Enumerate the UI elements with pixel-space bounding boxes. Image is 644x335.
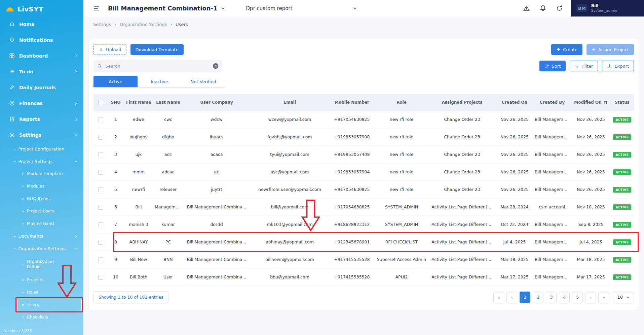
table-row[interactable]: 7 manish 3 kumar dcsdd mk103@yopmail.com… <box>93 216 634 233</box>
cell-created-by: Bill Management <box>533 233 571 251</box>
table-row[interactable]: 3 ujk adc acaca tyui@yopmail.com +919853… <box>93 146 634 163</box>
export-button[interactable]: Export <box>602 61 634 71</box>
sidebar-item-checklists[interactable]: Checklists <box>0 311 83 324</box>
cell-modified-on: Nov 26, 2025 <box>571 181 611 198</box>
row-checkbox[interactable] <box>98 275 103 280</box>
pagination-first[interactable]: « <box>493 292 504 303</box>
status-badge: ACTIVE <box>613 117 632 123</box>
sidebar-item-settings[interactable]: Settings <box>0 127 83 143</box>
table-row[interactable]: 1 edwe cwc wdcw wcew@yopmail.com +917054… <box>93 111 634 128</box>
todo-list-icon <box>9 69 15 74</box>
sidebar-item-users[interactable]: Users <box>17 299 82 311</box>
cell-role: SYSTEM_ADMIN <box>375 198 428 216</box>
sidebar-item-project-configuration[interactable]: Project Configuration <box>0 143 83 155</box>
sidebar-item-organization-settings[interactable]: Organization Settings <box>0 242 83 255</box>
pagination-page-3[interactable]: 3 <box>546 292 557 303</box>
sort-button[interactable]: Sort <box>539 61 566 71</box>
row-checkbox[interactable] <box>98 205 103 210</box>
cell-first-name: newrfi <box>124 181 153 198</box>
report-select[interactable]: Dpr custom report <box>246 5 357 11</box>
pagination-page-1[interactable]: 1 <box>520 292 530 303</box>
pagination-page-5[interactable]: 5 <box>572 292 583 303</box>
cell-mobile-number: +912345678901 <box>329 233 375 251</box>
download-template-button[interactable]: Download Template <box>130 44 184 55</box>
select-all-checkbox[interactable] <box>98 100 103 105</box>
tab-not-verified[interactable]: Not Verified <box>181 76 225 87</box>
pagination-next[interactable]: › <box>585 292 596 303</box>
sidebar-item-reports[interactable]: Reports <box>0 111 83 127</box>
sidebar-item-documents[interactable]: Documents <box>0 230 83 242</box>
chevron-down-icon <box>626 295 630 299</box>
tab-active[interactable]: Active <box>93 76 138 87</box>
cell-created-on: Oct 22, 2024 <box>496 216 533 233</box>
alert-icon[interactable] <box>523 5 530 12</box>
pagination-last[interactable]: » <box>598 292 609 303</box>
cell-assigned-projects: Activity List Page Different ... <box>428 268 496 286</box>
cell-created-on: Mar 18, 2025 <box>496 251 533 268</box>
sidebar-item-organization-details[interactable]: Organization Details <box>0 255 83 274</box>
notifications-bell-icon[interactable] <box>539 5 546 12</box>
cell-status: ACTIVE <box>611 268 634 286</box>
sidebar-item-finances[interactable]: Finances <box>0 95 83 111</box>
sidebar-item-master-gantt[interactable]: Master Gantt <box>0 217 83 230</box>
version-label: Version : 3.235 <box>4 329 32 333</box>
filter-button[interactable]: Filter <box>570 61 598 71</box>
sidebar-item-project-users[interactable]: Project Users <box>0 205 83 217</box>
sidebar-item-module-template[interactable]: Module Template <box>0 168 83 180</box>
table-row[interactable]: 9 Bill New BNN Bill Management Combina..… <box>93 251 634 268</box>
clear-search-icon[interactable]: ✕ <box>213 63 218 69</box>
sidebar-item-modules[interactable]: Modules <box>0 180 83 193</box>
sidebar-item-todo[interactable]: To do <box>0 64 83 79</box>
project-select[interactable]: Bill Management Combination-1 <box>108 5 225 12</box>
pagination-prev[interactable]: ‹ <box>506 292 517 303</box>
sort-column-icon[interactable] <box>603 100 608 105</box>
brand-logo[interactable]: LivSYT <box>0 0 83 16</box>
row-checkbox[interactable] <box>98 117 103 122</box>
upload-button[interactable]: Upload <box>93 44 126 55</box>
user-menu[interactable]: BM Bill System_admin <box>571 0 644 16</box>
sidebar-item-dashboard[interactable]: Dashboard <box>0 48 83 64</box>
cell-created-on: Nov 26, 2025 <box>496 163 533 181</box>
chevron-down-icon <box>74 247 78 251</box>
row-checkbox[interactable] <box>98 135 103 140</box>
row-checkbox[interactable] <box>98 240 103 245</box>
table-row[interactable]: 6 Bill Management Bill Management Combin… <box>93 198 634 216</box>
sidebar-item-daily-journals[interactable]: Daily Journals <box>0 79 83 95</box>
status-badge: ACTIVE <box>613 257 632 263</box>
menu-icon[interactable] <box>93 5 100 12</box>
cell-last-name: Management <box>153 198 183 216</box>
sidebar-item-home[interactable]: Home <box>0 16 83 32</box>
row-checkbox[interactable] <box>98 152 103 157</box>
bell-icon <box>9 37 15 43</box>
sidebar-item-roles[interactable]: Roles <box>0 286 83 299</box>
cell-email: wcew@yopmail.com <box>250 111 329 128</box>
sidebar-item-boq-items[interactable]: BOQ Items <box>0 193 83 205</box>
table-row[interactable]: 4 mmm adcac ac asc@yopmail.com +91985305… <box>93 163 634 181</box>
table-row[interactable]: 2 oiujhgbv dfgbn ibuacs fgvbhj@yopmail.c… <box>93 128 634 146</box>
refresh-icon[interactable] <box>556 5 563 12</box>
cell-created-by: Bill Management <box>533 128 571 146</box>
sidebar-item-projects[interactable]: Projects <box>0 274 83 286</box>
circle-bullet <box>22 186 24 187</box>
dash-bullet <box>14 159 15 164</box>
sidebar-item-project-settings[interactable]: Project Settings <box>0 155 83 168</box>
breadcrumb-separator: › <box>114 22 116 27</box>
row-checkbox[interactable] <box>98 257 103 262</box>
breadcrumb-organization-settings[interactable]: Organization Settings <box>120 22 167 27</box>
row-checkbox[interactable] <box>98 222 103 227</box>
row-checkbox[interactable] <box>98 187 103 192</box>
breadcrumb-settings[interactable]: Settings <box>93 22 111 27</box>
assign-project-button[interactable]: + Assign Project <box>586 44 634 55</box>
pagination-page-4[interactable]: 4 <box>559 292 570 303</box>
table-row[interactable]: 10 Bill Both User Bill Management Combin… <box>93 268 634 286</box>
row-checkbox[interactable] <box>98 170 103 175</box>
pagination-page-2[interactable]: 2 <box>533 292 543 303</box>
sidebar-item-notifications[interactable]: Notifications <box>0 32 83 48</box>
create-button[interactable]: + Create <box>551 44 582 55</box>
sidebar-nav: Home Notifications Dashboard To do Daily… <box>0 16 83 324</box>
tab-inactive[interactable]: Inactive <box>138 76 182 87</box>
table-row[interactable]: 5 newrfi roleuser juytrt newrfirole.user… <box>93 181 634 198</box>
table-row[interactable]: 8 ABHINAY PC Bill Management Combina... … <box>93 233 634 251</box>
search-input[interactable] <box>105 64 210 69</box>
page-size-select[interactable]: 10 <box>613 292 634 303</box>
